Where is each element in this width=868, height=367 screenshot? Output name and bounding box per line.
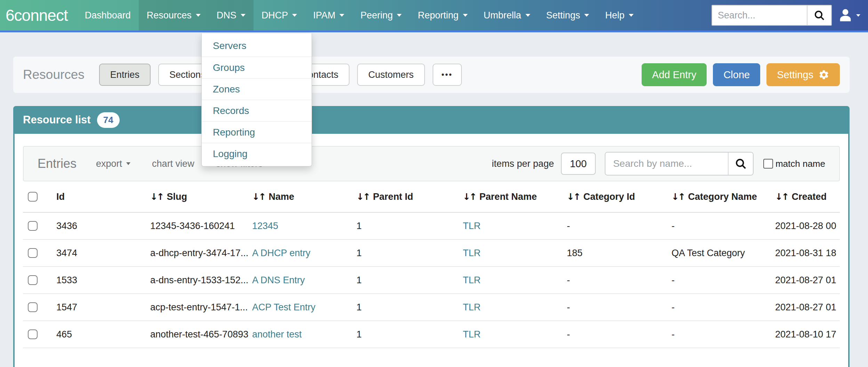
cell-parent-name-link[interactable]: TLR: [463, 275, 567, 286]
export-dropdown[interactable]: export: [96, 158, 130, 169]
row-checkbox[interactable]: [28, 248, 38, 258]
global-search-button[interactable]: [807, 6, 831, 25]
logo[interactable]: 6connect: [0, 0, 77, 31]
sort-icon: ↓↑: [463, 191, 476, 202]
items-per-page-input[interactable]: [561, 153, 596, 175]
cell-name-link[interactable]: A DHCP entry: [252, 248, 356, 259]
nav-item-dns[interactable]: DNS: [209, 0, 254, 31]
caret-down-icon: [292, 14, 297, 17]
select-all-checkbox[interactable]: [28, 192, 38, 202]
cell-parent-id: 1: [356, 248, 463, 259]
column-header-slug[interactable]: ↓↑Slug: [150, 181, 252, 212]
row-checkbox[interactable]: [28, 221, 38, 231]
cell-name-link[interactable]: ACP Test Entry: [252, 302, 356, 313]
nav-item-reporting[interactable]: Reporting: [410, 0, 475, 31]
nav-item-dhcp[interactable]: DHCP: [254, 0, 305, 31]
name-search-button[interactable]: [728, 153, 753, 175]
top-navbar: 6connect Dashboard Resources DNS DHCP IP…: [0, 0, 868, 32]
caret-down-icon: [339, 14, 344, 17]
user-menu[interactable]: [837, 7, 860, 23]
column-header-id[interactable]: Id: [56, 181, 150, 212]
caret-down-icon: [629, 14, 634, 17]
match-name-checkbox[interactable]: [763, 159, 773, 169]
column-header-parent-name[interactable]: ↓↑Parent Name: [463, 181, 567, 212]
search-icon: [813, 9, 825, 21]
gear-icon: [818, 69, 829, 80]
nav-item-ipam[interactable]: IPAM: [305, 0, 352, 31]
dns-menu-item-servers[interactable]: Servers: [202, 35, 312, 57]
settings-button[interactable]: Settings: [766, 63, 840, 86]
match-name-control: match name: [763, 158, 825, 169]
column-header-parent-id[interactable]: ↓↑Parent Id: [356, 181, 463, 212]
dns-menu-item-records[interactable]: Records: [202, 100, 312, 121]
sort-icon: ↓↑: [672, 191, 685, 202]
add-entry-button[interactable]: Add Entry: [642, 63, 707, 86]
cell-parent-id: 1: [356, 275, 463, 286]
cell-category-id: -: [567, 221, 672, 231]
row-checkbox[interactable]: [28, 302, 38, 312]
cell-category-id: 185: [567, 248, 672, 259]
cell-name-link[interactable]: 12345: [252, 221, 356, 231]
resource-list-title: Resource list: [23, 114, 91, 126]
dns-menu-item-reporting[interactable]: Reporting: [202, 121, 312, 143]
cell-category-name: -: [672, 275, 775, 286]
cell-category-id: -: [567, 302, 672, 313]
column-header-category-id[interactable]: ↓↑Category Id: [567, 181, 672, 212]
sort-icon: ↓↑: [150, 191, 163, 202]
nav-item-dashboard[interactable]: Dashboard: [77, 0, 139, 31]
cell-category-id: -: [567, 329, 672, 340]
nav-item-resources[interactable]: Resources: [139, 0, 209, 31]
cell-category-name: QA Test Category: [672, 248, 775, 259]
chart-view-link[interactable]: chart view: [152, 158, 194, 169]
cell-id: 3436: [56, 221, 150, 231]
tab-customers[interactable]: Customers: [357, 64, 425, 86]
name-search: [605, 152, 754, 176]
cell-parent-name-link[interactable]: TLR: [463, 329, 567, 340]
nav-item-help[interactable]: Help: [597, 0, 642, 31]
toolbar-right: items per page match: [492, 152, 825, 176]
cell-created: 2021-08-31 18: [775, 248, 840, 259]
dns-menu-item-zones[interactable]: Zones: [202, 78, 312, 100]
column-header-category-name[interactable]: ↓↑Category Name: [672, 181, 775, 212]
sort-icon: ↓↑: [356, 191, 370, 202]
tab-entries[interactable]: Entries: [99, 64, 151, 86]
cell-parent-id: 1: [356, 302, 463, 313]
page: 6connect Dashboard Resources DNS DHCP IP…: [0, 0, 868, 367]
cell-parent-name-link[interactable]: TLR: [463, 302, 567, 313]
cell-slug: a-dns-entry-1533-152...: [150, 275, 252, 286]
cell-parent-name-link[interactable]: TLR: [463, 221, 567, 231]
nav-item-umbrella[interactable]: Umbrella: [476, 0, 538, 31]
tab-more-ellipsis[interactable]: •••: [433, 64, 462, 86]
row-checkbox[interactable]: [28, 275, 38, 285]
cell-parent-name-link[interactable]: TLR: [463, 248, 567, 259]
dns-menu-item-logging[interactable]: Logging: [202, 143, 312, 164]
cell-slug: another-test-465-70893: [150, 329, 252, 340]
cell-name-link[interactable]: another test: [252, 329, 356, 340]
sort-icon: ↓↑: [567, 191, 580, 202]
table-row: 3436 12345-3436-160241 12345 1 TLR - - 2…: [23, 213, 840, 240]
table-body: 3436 12345-3436-160241 12345 1 TLR - - 2…: [23, 213, 840, 348]
nav-item-peering[interactable]: Peering: [352, 0, 410, 31]
cell-category-name: -: [672, 329, 775, 340]
nav-item-settings[interactable]: Settings: [538, 0, 597, 31]
global-search-input[interactable]: [712, 6, 807, 25]
page-header: Resources Entries Sections Contacts Cust…: [13, 57, 850, 93]
column-header-name[interactable]: ↓↑Name: [252, 181, 356, 212]
column-header-created[interactable]: ↓↑Created: [775, 181, 840, 212]
cell-created: 2021-08-10 17: [775, 329, 840, 340]
cell-id: 1533: [56, 275, 150, 286]
dns-menu-item-groups[interactable]: Groups: [202, 57, 312, 78]
cell-category-id: -: [567, 275, 672, 286]
cell-parent-id: 1: [356, 221, 463, 231]
cell-name-link[interactable]: A DNS Entry: [252, 275, 356, 286]
caret-down-icon: [196, 14, 201, 17]
cell-slug: acp-test-entry-1547-1...: [150, 302, 252, 313]
items-per-page-label: items per page: [492, 158, 554, 169]
clone-button[interactable]: Clone: [713, 63, 760, 86]
row-checkbox[interactable]: [28, 329, 38, 339]
caret-down-icon: [525, 14, 530, 17]
resource-count-badge: 74: [97, 112, 120, 128]
navbar-right: [712, 0, 868, 31]
name-search-input[interactable]: [605, 153, 728, 175]
cell-category-name: -: [672, 302, 775, 313]
